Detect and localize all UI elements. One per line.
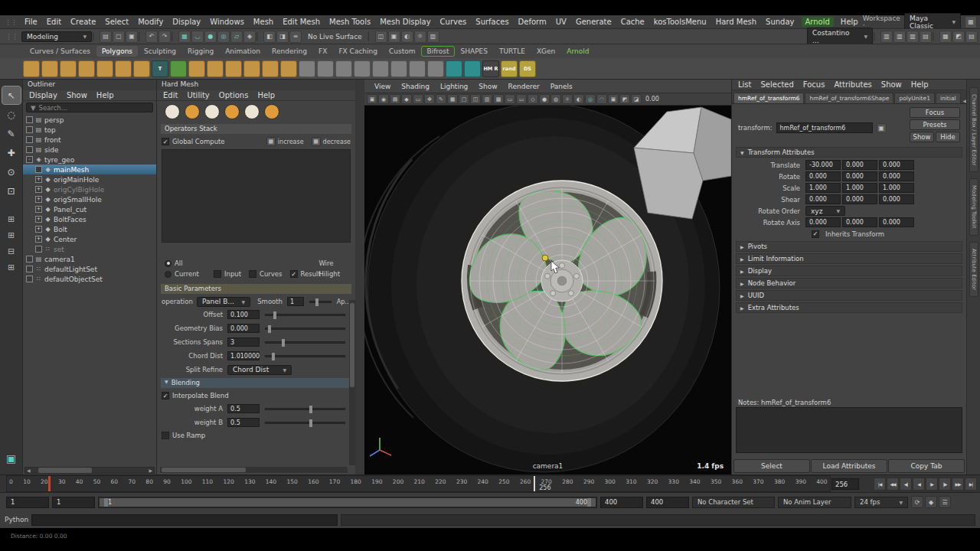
boolean-union-icon[interactable] (335, 60, 352, 77)
expand-toggle-icon[interactable] (35, 166, 42, 173)
menu-item[interactable]: Mesh Display (375, 17, 435, 27)
fps-selector[interactable]: 24 fps▼ (854, 497, 908, 508)
grid-toggle-icon[interactable]: ▤ (965, 31, 978, 43)
scale-tool[interactable]: ⊡ (2, 182, 21, 200)
hardmesh-hscrollbar[interactable] (160, 467, 348, 473)
step-forward-frame-button[interactable]: |▶ (939, 478, 951, 491)
attribute-tab[interactable]: polyUnite1 (894, 93, 935, 103)
layout-persp-graph[interactable]: ⊞ (2, 260, 21, 275)
camera-attributes-icon[interactable]: ▤ (390, 94, 400, 104)
command-input[interactable] (31, 514, 338, 526)
exposure-value[interactable]: 0.00 (642, 96, 662, 103)
input-checkbox[interactable] (214, 270, 221, 278)
shelf-tab[interactable]: Rendering (266, 46, 312, 57)
separate-icon[interactable] (317, 60, 334, 77)
user-workspace-selector[interactable]: Costantino ...▼ (807, 28, 873, 46)
layout-persp-outliner[interactable]: ⊟ (2, 244, 21, 259)
param-slider[interactable] (265, 355, 345, 357)
outliner-item[interactable]: ▤ persp (23, 115, 156, 125)
expand-toggle-icon[interactable] (26, 276, 33, 282)
collapsed-section[interactable]: ▶ UUID (736, 290, 962, 301)
layout-four-pane[interactable]: ⊞ (2, 228, 21, 243)
wheel-rim[interactable] (459, 178, 665, 383)
poly-cone-icon[interactable] (78, 60, 95, 77)
menu-item[interactable]: Sunday (761, 17, 799, 27)
menu-item[interactable]: Display (168, 17, 205, 27)
hotbox-controls-icon[interactable]: ◩ (952, 31, 965, 43)
attribute-editor-menu-item[interactable]: Show (881, 80, 902, 89)
menu-item[interactable]: Surfaces (471, 17, 513, 27)
outliner-item[interactable]: ▤ front (23, 135, 156, 145)
workspace-selector[interactable]: Maya Classic▼ (904, 13, 961, 31)
attribute-editor-menu-item[interactable]: Selected (760, 80, 793, 89)
attribute-editor-button[interactable]: Copy Tab (888, 459, 965, 473)
attribute-editor-menu-item[interactable]: Help (911, 80, 929, 89)
hardmesh-rebuild-icon[interactable] (264, 104, 279, 119)
show-button[interactable]: Show (910, 132, 934, 142)
attribute-tab[interactable]: hmRef_of_transform6 (733, 93, 804, 103)
focus-button[interactable]: Focus (910, 107, 960, 118)
outliner-item[interactable]: ∷ defaultObjectSet (23, 274, 156, 284)
outliner-item[interactable]: ▤ camera1 (23, 254, 156, 264)
step-back-key-button[interactable]: ◀◀ (887, 478, 899, 491)
poly-helix-icon[interactable] (207, 60, 224, 77)
use-all-lights-icon[interactable]: ☼ (562, 94, 573, 104)
image-plane-icon[interactable]: ▭ (413, 94, 423, 104)
menu-item[interactable]: Edit (42, 17, 66, 27)
attribute-value-x[interactable]: 0.000 (805, 171, 841, 181)
menu-set-selector[interactable]: Modeling▼ (21, 31, 92, 42)
viewport-menu-item[interactable]: Shading (396, 82, 435, 91)
field-chart-icon[interactable]: ▩ (493, 94, 504, 104)
target-weld-icon[interactable] (372, 60, 389, 77)
gate-mask-icon[interactable]: ▥ (482, 94, 492, 104)
isolate-select-icon[interactable]: ◩ (619, 94, 630, 104)
inherits-transform-checkbox[interactable] (812, 230, 819, 238)
shelf-tab[interactable]: Custom (384, 46, 420, 57)
timeline-key-tick[interactable] (48, 476, 51, 491)
param-slider[interactable] (265, 341, 345, 344)
outliner-item[interactable]: - ◈ tyre_geo (23, 155, 156, 165)
current-radio[interactable] (165, 271, 172, 278)
expand-toggle-icon[interactable] (26, 116, 33, 123)
expand-toggle-icon[interactable] (26, 136, 33, 143)
outliner-item[interactable]: + ◆ origSmallHole (23, 194, 156, 204)
hardmesh-menu-item[interactable]: Utility (187, 91, 209, 99)
outliner-item[interactable]: ▤ side (23, 145, 156, 155)
safe-title-icon[interactable]: ▭ (516, 94, 527, 104)
step-back-frame-button[interactable]: ◀| (900, 478, 912, 491)
outliner-item[interactable]: ◆ mainMesh (23, 165, 156, 174)
interpolate-blend-checkbox[interactable] (162, 392, 169, 399)
sculpt-sphere-icon[interactable] (188, 60, 205, 77)
operators-stack-header[interactable]: Operators Stack (161, 124, 351, 134)
attribute-editor-menu-item[interactable]: List (738, 80, 751, 89)
rotate-order-dropdown[interactable]: xyz▼ (805, 206, 845, 216)
make-live-icon[interactable]: ◈ (243, 31, 256, 43)
attribute-value-x[interactable]: 1.000 (805, 183, 841, 193)
collapsed-section[interactable]: ▶ Display (736, 266, 962, 276)
param-field[interactable]: 0.100 (227, 310, 260, 319)
shadows-icon[interactable]: ◐ (573, 94, 584, 104)
hardmesh-pipe-icon[interactable] (204, 104, 220, 119)
multi-cut-icon[interactable] (354, 60, 371, 77)
shelf-tab[interactable]: Arnold (561, 46, 594, 57)
open-scene-icon[interactable]: ▢ (113, 31, 125, 43)
smooth-field[interactable]: 1 (287, 297, 304, 306)
poly-sphere-icon[interactable] (23, 60, 40, 77)
expand-toggle-icon[interactable] (35, 246, 42, 253)
mirror-icon[interactable] (446, 60, 462, 77)
render-current-frame-icon[interactable]: ▣ (388, 31, 400, 43)
menu-item[interactable]: Mesh Tools (325, 17, 375, 27)
menu-item[interactable]: Cache (616, 17, 649, 27)
split-refine-dropdown[interactable]: Chord Dist▼ (227, 365, 292, 375)
wireframe-icon[interactable]: ◇ (528, 94, 538, 104)
rotate-axis-z[interactable]: 0.000 (879, 217, 914, 227)
collapsed-section[interactable]: ▶ Node Behavior (736, 278, 962, 289)
rand-icon[interactable]: rand (501, 60, 518, 77)
menu-item[interactable]: Select (100, 17, 133, 27)
sidebar-vertical-tab[interactable]: Modeling Toolkit (969, 178, 978, 235)
sidebar-vertical-tab[interactable]: Attribute Editor (969, 242, 978, 297)
step-forward-key-button[interactable]: ▶▶ (952, 478, 964, 491)
current-frame-field[interactable]: 256 (831, 478, 859, 490)
hide-button[interactable]: Hide (936, 132, 960, 142)
collapsed-section[interactable]: ▶ Limit Information (736, 253, 962, 264)
